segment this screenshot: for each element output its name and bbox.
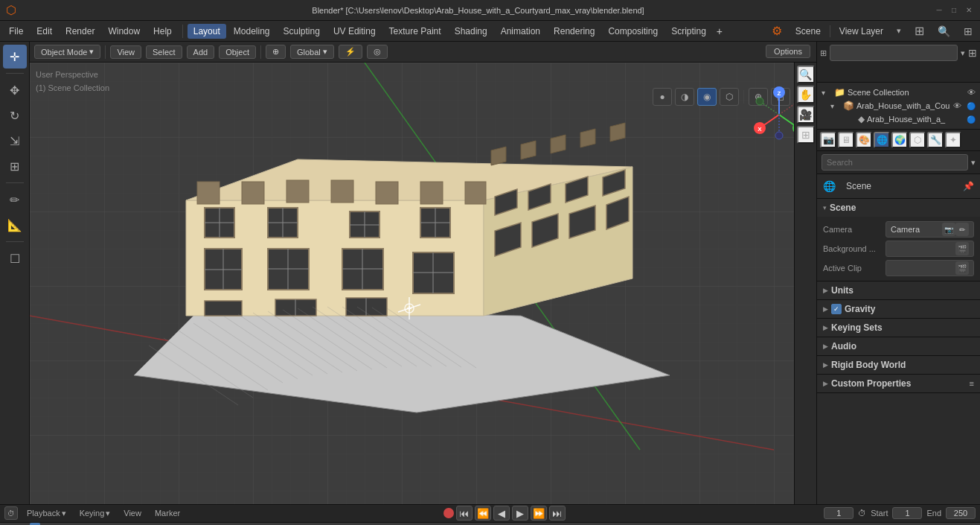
tab-rendering[interactable]: Rendering <box>548 24 601 39</box>
activeclip-video-icon[interactable]: 🎬 <box>955 261 969 275</box>
render-slots-icon[interactable]: ⊞ <box>910 22 929 39</box>
timeline-track[interactable]: -10 10 40 60 80 100 120 140 160 180 200 … <box>0 523 980 525</box>
activeclip-prop-value[interactable]: 🎬 <box>885 260 974 276</box>
add-tab-button[interactable]: + <box>714 25 726 37</box>
skip-to-end-button[interactable]: ⏭ <box>549 506 566 521</box>
scale-tool-button[interactable]: ⇲ <box>3 129 27 153</box>
scene-collection-visibility[interactable]: 👁 <box>967 88 976 97</box>
proportional-button[interactable]: ◎ <box>367 45 388 59</box>
add-menu-button[interactable]: Add <box>187 45 215 59</box>
zoom-button[interactable]: 🔍 <box>797 66 815 83</box>
next-keyframe-button[interactable]: ⏩ <box>531 506 547 521</box>
view-menu-button[interactable]: View <box>119 507 146 519</box>
play-forward-button[interactable]: ▶ <box>512 506 528 521</box>
play-backward-button[interactable]: ◀ <box>493 506 510 521</box>
skip-to-start-button[interactable]: ⏮ <box>456 506 473 521</box>
menu-window[interactable]: Window <box>102 24 146 39</box>
camera-prop-value[interactable]: Camera 📷 ✏ <box>885 221 974 238</box>
audio-section-header[interactable]: ▶ Audio <box>817 337 980 355</box>
prop-world-tab[interactable]: 🌍 <box>891 132 908 148</box>
measure-tool-button[interactable]: 📐 <box>3 213 27 237</box>
global-transform-button[interactable]: Global ▾ <box>290 45 334 59</box>
gravity-section-header[interactable]: ▶ ✓ Gravity <box>817 300 980 318</box>
keying-menu-button[interactable]: Keying ▾ <box>75 507 115 520</box>
cursor-tool-button[interactable]: ✛ <box>3 45 27 69</box>
transform-icon-button[interactable]: ⊕ <box>266 45 286 59</box>
props-search-input[interactable] <box>822 154 968 171</box>
timeline-icon-button[interactable]: ⏱ <box>4 506 18 520</box>
tab-compositing[interactable]: Compositing <box>602 24 664 39</box>
options-button[interactable]: Options <box>766 45 810 58</box>
tab-modeling[interactable]: Modeling <box>228 24 276 39</box>
viewport-shading-preview[interactable]: ◑ <box>675 88 694 106</box>
scene-section-header[interactable]: ▾ Scene <box>817 199 980 217</box>
transform-tool-button[interactable]: ⊞ <box>3 154 27 178</box>
viewport-canvas[interactable]: User Perspective (1) Scene Collection ● … <box>30 63 816 504</box>
tab-shading[interactable]: Shading <box>449 24 493 39</box>
prop-particles-tab[interactable]: ✦ <box>945 132 961 148</box>
select-menu-button[interactable]: Select <box>146 45 182 59</box>
custom-props-header[interactable]: ▶ Custom Properties ≡ <box>817 375 980 392</box>
prop-output-tab[interactable]: 🖥 <box>838 132 854 148</box>
background-video-icon[interactable]: 🎬 <box>955 242 969 255</box>
view-layer-label[interactable]: View Layer <box>835 25 888 38</box>
tab-scripting[interactable]: Scripting <box>665 24 712 39</box>
start-frame-input[interactable]: 1 <box>892 507 922 519</box>
scene-pin-icon[interactable]: 📌 <box>963 181 974 191</box>
filter-icon[interactable]: ⊞ <box>959 24 977 39</box>
units-section-header[interactable]: ▶ Units <box>817 281 980 299</box>
prop-modifier-tab[interactable]: 🔧 <box>927 132 944 148</box>
view-layer-dropdown[interactable]: ▾ <box>892 25 906 37</box>
arab-house-visibility[interactable]: 👁 <box>953 101 961 110</box>
engine-name[interactable]: Scene <box>791 25 825 38</box>
custom-props-menu[interactable]: ≡ <box>970 379 974 388</box>
gravity-checkbox[interactable]: ✓ <box>831 304 842 314</box>
camera-edit-icon[interactable]: ✏ <box>955 223 969 236</box>
mesh-render-vis[interactable]: 🔵 <box>967 115 976 124</box>
keying-sets-header[interactable]: ▶ Keying Sets <box>817 319 980 337</box>
background-prop-value[interactable]: 🎬 <box>885 241 974 257</box>
menu-file[interactable]: File <box>3 24 29 39</box>
record-button[interactable] <box>443 508 454 518</box>
pan-button[interactable]: ✋ <box>797 86 815 104</box>
snap-button[interactable]: ⚡ <box>339 45 362 59</box>
prop-scene-tab[interactable]: 🌐 <box>874 132 890 148</box>
tab-animation[interactable]: Animation <box>495 24 546 39</box>
menu-help[interactable]: Help <box>147 24 178 39</box>
props-search-dropdown[interactable]: ▾ <box>971 158 976 168</box>
camera-camera-icon[interactable]: 📷 <box>942 223 955 236</box>
current-frame-display[interactable]: 1 <box>824 507 854 519</box>
tab-uv-editing[interactable]: UV Editing <box>327 24 382 39</box>
arab-house-mesh-item[interactable]: ◆ Arab_House_with_a_ 🔵 <box>848 112 976 126</box>
arab-house-collection-item[interactable]: ▾ 📦 Arab_House_with_a_Cou 👁 🔵 <box>830 99 976 112</box>
prop-view-layer-tab[interactable]: 🎨 <box>856 132 872 148</box>
playback-menu-button[interactable]: Playback ▾ <box>22 507 71 520</box>
scene-collection-item[interactable]: ▾ 📁 Scene Collection 👁 <box>822 86 976 99</box>
rotate-tool-button[interactable]: ↻ <box>3 104 27 127</box>
rigid-body-header[interactable]: ▶ Rigid Body World <box>817 356 980 374</box>
tab-sculpting[interactable]: Sculpting <box>278 24 326 39</box>
search-icon[interactable]: 🔍 <box>933 24 955 39</box>
menu-edit[interactable]: Edit <box>31 24 58 39</box>
tab-texture-paint[interactable]: Texture Paint <box>383 24 447 39</box>
close-button[interactable]: ✕ <box>964 5 974 16</box>
restore-button[interactable]: □ <box>949 5 959 16</box>
viewport-shading-wireframe[interactable]: ⬡ <box>720 88 739 106</box>
marker-menu-button[interactable]: Marker <box>150 507 185 519</box>
prop-object-tab[interactable]: ⬡ <box>909 132 926 148</box>
viewport-shading-solid[interactable]: ◉ <box>697 88 717 106</box>
add-cube-tool-button[interactable]: ☐ <box>3 246 27 270</box>
object-mode-dropdown[interactable]: Object Mode ▾ <box>34 45 100 59</box>
end-frame-input[interactable]: 250 <box>946 507 976 519</box>
move-tool-button[interactable]: ✥ <box>3 78 27 102</box>
menu-render[interactable]: Render <box>60 24 100 39</box>
annotate-tool-button[interactable]: ✏ <box>3 188 27 211</box>
toggle-ortho-button[interactable]: ⊞ <box>797 126 815 144</box>
viewport-shading-rendered[interactable]: ● <box>653 88 672 106</box>
prev-keyframe-button[interactable]: ⏪ <box>475 506 491 521</box>
prop-render-tab[interactable]: 📷 <box>820 132 836 148</box>
tab-layout[interactable]: Layout <box>188 24 226 39</box>
view-menu-button[interactable]: View <box>110 45 141 59</box>
arab-house-render-vis[interactable]: 🔵 <box>967 102 976 110</box>
camera-view-button[interactable]: 🎥 <box>797 106 815 124</box>
